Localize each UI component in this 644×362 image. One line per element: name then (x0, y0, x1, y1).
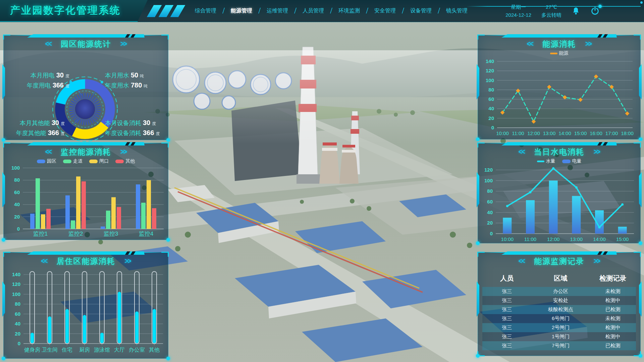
table-cell: 核酸检测点 (532, 305, 590, 314)
stat-label: 年度其他能 (16, 129, 46, 138)
table-cell: 张三 (482, 287, 532, 296)
nav-item-operations[interactable]: 运维管理 (262, 5, 292, 16)
svg-text:60: 60 (487, 199, 493, 204)
table-cell: 检测中 (590, 332, 636, 341)
notifications-button[interactable] (572, 7, 580, 15)
legend-item-electric[interactable]: 电量 (562, 158, 582, 164)
table-cell: 2号闸门 (532, 323, 590, 332)
nav-separator: / (258, 6, 261, 15)
svg-text:0: 0 (17, 226, 20, 232)
table-cell: 已检测 (590, 341, 636, 350)
panel-title: 当日水电消耗 (534, 147, 584, 157)
svg-text:120: 120 (484, 167, 493, 173)
date-display: 星期一 2024-12-12 (505, 3, 531, 19)
table-cell: 6号闸门 (532, 314, 590, 323)
stat-value: 366 (48, 128, 59, 137)
legend-item-other[interactable]: 其他 (115, 158, 135, 164)
stat-value: 30 (56, 71, 64, 80)
nav-item-safety[interactable]: 安全管理 (370, 5, 400, 16)
nav-separator: / (330, 6, 333, 15)
legend-item-water[interactable]: 水量 (537, 158, 555, 164)
panel-park-energy-stats: << 园区能源统计 >> (3, 35, 168, 140)
nav-separator: / (222, 6, 225, 15)
nav-item-energy[interactable]: 能源管理 (226, 5, 257, 16)
stat-label: 年度用电 (27, 81, 51, 90)
panel-title: 能源监测记录 (534, 256, 584, 266)
temperature-text: 27℃ (541, 3, 561, 11)
weekday-text: 星期一 (505, 3, 531, 11)
stat-value: 30 (52, 118, 59, 127)
app-title: 产业园数字化管理系统 (10, 4, 121, 17)
svg-text:80: 80 (15, 301, 20, 307)
svg-text:15:00: 15:00 (616, 236, 629, 242)
nav-item-comprehensive[interactable]: 综合管理 (191, 5, 221, 16)
svg-text:14:00: 14:00 (593, 236, 606, 242)
main-nav: 综合管理 / 能源管理 / 运维管理 / 人员管理 / 环境监测 / 安全管理 … (191, 5, 472, 16)
svg-text:100: 100 (12, 291, 20, 297)
stat-electricity: 本月用电30度 年度用电366度 (13, 71, 69, 91)
panel-next-icon[interactable]: >> (120, 147, 126, 156)
svg-text:140: 140 (486, 58, 494, 64)
svg-text:14:00: 14:00 (558, 130, 571, 136)
panel-prev-icon[interactable]: << (527, 40, 533, 48)
legend-swatch (550, 53, 557, 54)
stat-label: 本月设备消耗 (105, 119, 141, 128)
nav-separator: / (402, 6, 405, 15)
svg-text:20: 20 (15, 331, 20, 337)
panel-next-icon[interactable]: >> (594, 147, 600, 156)
stat-value: 780 (131, 81, 142, 90)
top-header: 产业园数字化管理系统 综合管理 / 能源管理 / 运维管理 / 人员管理 / 环… (0, 0, 644, 22)
panel-title: 居住区能源消耗 (57, 256, 115, 266)
table-cell: 已检测 (590, 305, 636, 314)
svg-text:60: 60 (14, 189, 20, 195)
panel-next-icon[interactable]: >> (594, 257, 600, 265)
svg-text:15:00: 15:00 (574, 130, 587, 136)
legend-label: 能源 (559, 50, 569, 56)
panel-prev-icon[interactable]: << (45, 147, 51, 156)
nav-item-environment[interactable]: 环境监测 (334, 5, 364, 16)
stat-unit: 度 (156, 129, 160, 138)
header-divider-dot (598, 5, 602, 8)
legend-item-park[interactable]: 园区 (37, 158, 56, 164)
nav-item-equipment[interactable]: 设备管理 (406, 5, 436, 16)
stat-value: 366 (143, 128, 154, 137)
stat-value: 366 (53, 81, 64, 90)
stat-label: 本月其他能 (20, 119, 50, 128)
panel-next-icon[interactable]: >> (120, 40, 126, 48)
nav-item-personnel[interactable]: 人员管理 (298, 5, 328, 16)
panel-prev-icon[interactable]: << (41, 257, 47, 265)
legend-item-gate[interactable]: 闸口 (89, 158, 109, 164)
date-text: 2024-12-12 (505, 11, 531, 19)
panel-prev-icon[interactable]: << (45, 40, 51, 48)
legend-item-walkway[interactable]: 走道 (63, 158, 83, 164)
nav-separator: / (438, 6, 440, 15)
table-cell: 未检测 (590, 314, 636, 323)
stat-unit: 度 (65, 82, 69, 91)
svg-text:10:00: 10:00 (496, 130, 509, 136)
panel-next-icon[interactable]: >> (125, 257, 131, 265)
svg-text:16:00: 16:00 (590, 130, 602, 136)
stat-unit: 度 (61, 129, 65, 138)
nav-item-camera[interactable]: 镜头管理 (442, 5, 472, 16)
stat-unit: 吨 (144, 82, 148, 91)
panel-prev-icon[interactable]: << (519, 147, 525, 156)
svg-text:住宅: 住宅 (61, 347, 72, 353)
svg-text:40: 40 (488, 106, 494, 111)
svg-text:0: 0 (491, 125, 494, 130)
panel-next-icon[interactable]: >> (585, 40, 591, 48)
legend-label: 闸口 (99, 158, 109, 164)
svg-text:18:00: 18:00 (621, 130, 634, 136)
power-icon (590, 6, 600, 16)
svg-text:100: 100 (484, 178, 493, 183)
svg-text:120: 120 (12, 281, 20, 287)
logo-stripes-icon (147, 5, 185, 17)
table-row: 张三1号闸门检测中 (482, 332, 636, 341)
power-button[interactable] (590, 6, 600, 16)
table-row: 张三2号闸门检测中 (482, 323, 636, 332)
panel-monitor-energy: << 监控能源消耗 >> 园区 走道 闸口 其他 020406080100监控1… (3, 143, 168, 240)
panel-prev-icon[interactable]: << (519, 257, 525, 265)
table-cell: 张三 (482, 323, 532, 332)
svg-text:60: 60 (488, 96, 494, 102)
stat-unit: 度 (61, 119, 65, 128)
legend-item-energy[interactable]: 能源 (550, 50, 569, 56)
